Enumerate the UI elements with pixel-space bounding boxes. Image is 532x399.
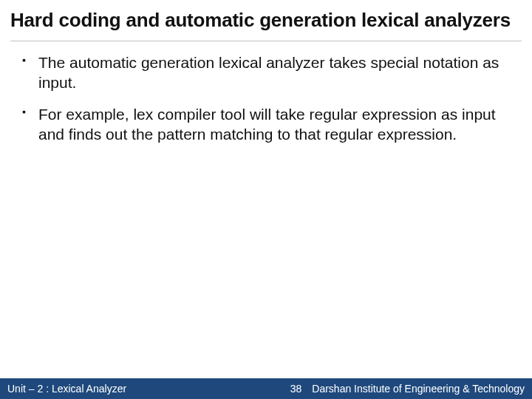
bullet-item: For example, lex compiler tool will take… [21,105,511,145]
footer-bar: Unit – 2 : Lexical Analyzer 38 Darshan I… [0,378,532,399]
slide-title: Hard coding and automatic generation lex… [10,9,522,32]
footer-unit: Unit – 2 : Lexical Analyzer [0,383,126,395]
content-area: The automatic generation lexical analyze… [0,41,532,399]
slide: Hard coding and automatic generation lex… [0,0,532,399]
bullet-item: The automatic generation lexical analyze… [21,53,511,93]
footer-page-number: 38 [280,383,313,395]
title-area: Hard coding and automatic generation lex… [0,0,532,38]
bullet-list: The automatic generation lexical analyze… [21,53,511,145]
footer-institute: Darshan Institute of Engineering & Techn… [312,383,532,395]
